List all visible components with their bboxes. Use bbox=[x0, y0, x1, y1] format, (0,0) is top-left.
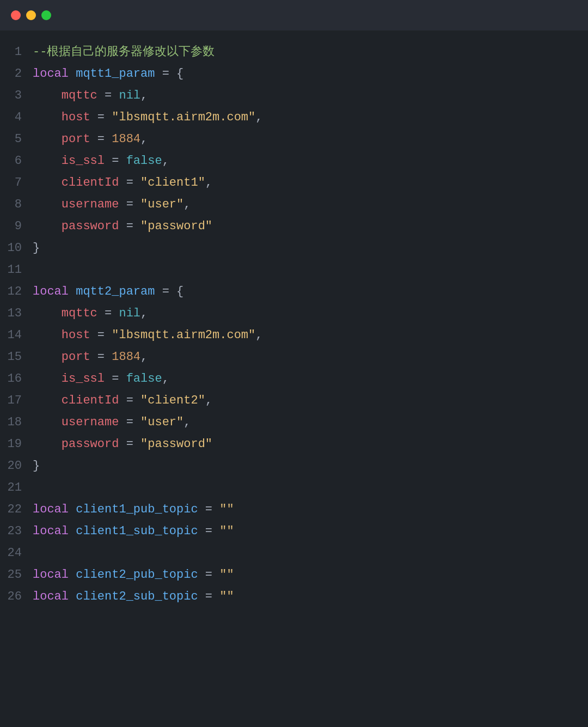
line-content: local client2_pub_topic = "" bbox=[33, 564, 588, 586]
code-token: clientId bbox=[62, 176, 119, 190]
code-token: = bbox=[198, 524, 220, 538]
code-token: = { bbox=[155, 67, 183, 81]
line-content: } bbox=[33, 237, 588, 259]
code-token: "" bbox=[219, 590, 234, 603]
line-content: mqttc = nil, bbox=[33, 85, 588, 107]
line-number: 5 bbox=[0, 129, 33, 150]
line-number: 24 bbox=[0, 542, 33, 564]
code-token: , bbox=[140, 307, 148, 320]
code-line: 15 port = 1884, bbox=[0, 346, 588, 368]
line-number: 17 bbox=[0, 390, 33, 412]
code-token bbox=[33, 176, 62, 190]
line-number: 18 bbox=[0, 412, 33, 433]
code-token: nil bbox=[119, 89, 140, 102]
code-token: = bbox=[105, 154, 126, 168]
line-content: password = "password" bbox=[33, 216, 588, 237]
code-token: , bbox=[183, 416, 191, 429]
code-token bbox=[33, 307, 62, 320]
code-line: 1--根据自己的服务器修改以下参数 bbox=[0, 41, 588, 63]
code-token bbox=[33, 416, 62, 429]
code-token: client1_sub_topic bbox=[76, 524, 198, 538]
code-token: = bbox=[119, 219, 140, 233]
code-token bbox=[33, 111, 62, 124]
line-number: 9 bbox=[0, 216, 33, 237]
line-content: host = "lbsmqtt.airm2m.com", bbox=[33, 107, 588, 129]
code-token: local bbox=[33, 503, 76, 516]
maximize-button[interactable] bbox=[41, 10, 51, 20]
code-token: local bbox=[33, 285, 76, 298]
code-token bbox=[33, 154, 62, 168]
code-token: = bbox=[90, 350, 112, 364]
code-token: false bbox=[126, 372, 162, 386]
code-token bbox=[33, 89, 62, 102]
line-content: host = "lbsmqtt.airm2m.com", bbox=[33, 325, 588, 346]
code-token: --根据自己的服务器修改以下参数 bbox=[33, 45, 215, 59]
line-number: 16 bbox=[0, 368, 33, 390]
code-line: 11 bbox=[0, 259, 588, 281]
code-line: 18 username = "user", bbox=[0, 412, 588, 433]
line-number: 13 bbox=[0, 303, 33, 325]
code-token: password bbox=[62, 219, 119, 233]
line-content: is_ssl = false, bbox=[33, 150, 588, 172]
code-line: 2local mqtt1_param = { bbox=[0, 63, 588, 85]
line-content: password = "password" bbox=[33, 433, 588, 455]
code-line: 26local client2_sub_topic = "" bbox=[0, 586, 588, 608]
line-number: 11 bbox=[0, 259, 33, 281]
line-content: clientId = "client2", bbox=[33, 390, 588, 412]
code-token: = bbox=[119, 198, 140, 211]
line-content bbox=[33, 477, 588, 499]
code-line: 4 host = "lbsmqtt.airm2m.com", bbox=[0, 107, 588, 129]
code-token: , bbox=[255, 328, 262, 342]
code-token: = { bbox=[155, 285, 183, 298]
code-token: username bbox=[62, 416, 119, 429]
line-content bbox=[33, 542, 588, 564]
minimize-button[interactable] bbox=[26, 10, 36, 20]
code-line: 6 is_ssl = false, bbox=[0, 150, 588, 172]
code-token: , bbox=[255, 111, 262, 124]
code-token: host bbox=[62, 111, 90, 124]
code-token: host bbox=[62, 328, 90, 342]
code-token: = bbox=[198, 503, 220, 516]
code-token bbox=[33, 372, 62, 386]
code-token: "password" bbox=[140, 437, 212, 451]
code-token: = bbox=[198, 590, 220, 603]
code-token: nil bbox=[119, 307, 140, 320]
code-token: = bbox=[198, 568, 220, 582]
close-button[interactable] bbox=[11, 10, 21, 20]
line-number: 6 bbox=[0, 150, 33, 172]
code-token: is_ssl bbox=[62, 154, 105, 168]
line-number: 21 bbox=[0, 477, 33, 499]
code-token: false bbox=[126, 154, 162, 168]
code-line: 8 username = "user", bbox=[0, 194, 588, 216]
code-token: local bbox=[33, 568, 76, 582]
code-token: local bbox=[33, 590, 76, 603]
line-number: 3 bbox=[0, 85, 33, 107]
code-token: = bbox=[119, 394, 140, 407]
line-number: 19 bbox=[0, 433, 33, 455]
code-token: client2_pub_topic bbox=[76, 568, 198, 582]
code-token bbox=[33, 198, 62, 211]
code-token: } bbox=[33, 459, 40, 473]
code-token bbox=[33, 437, 62, 451]
line-number: 1 bbox=[0, 41, 33, 63]
code-token: } bbox=[33, 241, 40, 255]
code-line: 23local client1_sub_topic = "" bbox=[0, 521, 588, 542]
line-content: --根据自己的服务器修改以下参数 bbox=[33, 41, 588, 63]
code-token: client1_pub_topic bbox=[76, 503, 198, 516]
line-number: 25 bbox=[0, 564, 33, 586]
code-token: "lbsmqtt.airm2m.com" bbox=[112, 328, 255, 342]
code-token: port bbox=[62, 350, 90, 364]
code-token: mqtt2_param bbox=[76, 285, 155, 298]
line-number: 2 bbox=[0, 63, 33, 85]
code-token: local bbox=[33, 524, 76, 538]
line-number: 4 bbox=[0, 107, 33, 129]
code-token bbox=[33, 219, 62, 233]
code-token: client2_sub_topic bbox=[76, 590, 198, 603]
line-content: username = "user", bbox=[33, 194, 588, 216]
code-token bbox=[33, 132, 62, 146]
code-line: 17 clientId = "client2", bbox=[0, 390, 588, 412]
code-token bbox=[33, 328, 62, 342]
code-area: 1--根据自己的服务器修改以下参数2local mqtt1_param = {3… bbox=[0, 30, 588, 727]
code-token: = bbox=[97, 89, 119, 102]
code-token: "user" bbox=[140, 416, 183, 429]
